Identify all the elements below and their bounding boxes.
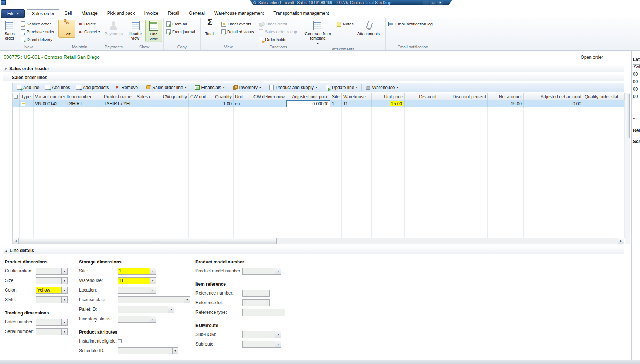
location-combo[interactable]: ▼ [118,287,156,294]
size-combo[interactable]: ▼ [36,277,68,284]
more-button[interactable]: ... [633,115,640,122]
tab-general[interactable]: General [184,9,210,18]
row-cell-net-amount[interactable]: 15.00 [488,100,524,107]
chevron-down-icon[interactable]: ▼ [61,278,67,284]
section-sales-order-header[interactable]: Sales order header [3,65,624,72]
row-cell-quantity[interactable]: 1.00 [210,100,234,107]
maximize-button[interactable] [430,1,436,5]
color-combo[interactable]: Yellow▼ [36,287,68,294]
sub-bom-combo[interactable]: ▼ [242,331,281,338]
row-cell-type[interactable] [20,100,34,107]
factbox-section-1[interactable]: Scr [633,139,640,144]
toolbar-add-products-button[interactable]: Add products [74,84,112,91]
vertical-scrollbar[interactable] [625,93,630,244]
chevron-down-icon[interactable]: ▼ [61,329,67,335]
select-all-checkbox[interactable] [14,95,18,99]
column-header-cw-unit[interactable]: CW unit [189,93,210,100]
column-header-sales-c[interactable]: Sales c... [135,93,157,100]
ribbon-totals-button[interactable]: Totals [202,20,219,37]
column-header-discount-percent[interactable]: Discount percent [438,93,488,100]
ribbon-detailed-status-button[interactable]: Detailed status [220,28,256,35]
column-header-quantity[interactable]: Quantity [210,93,234,100]
ribbon-sales-order-button[interactable]: Sales order [1,20,18,41]
row-cell-adjusted-net-amount[interactable]: 0.00 [524,100,583,107]
toolbar-product-and-supply-menu[interactable]: Product and supply▾ [267,84,320,91]
tab-manage[interactable]: Manage [76,9,102,18]
row-cell-sales-c[interactable] [135,100,157,107]
batch-number-combo[interactable]: ▼ [36,319,68,326]
table-row[interactable]: VN-000142TSHIRTTSHIRT / YEL...1.00ea0.00… [13,100,624,107]
row-cell-site[interactable]: 1 [330,100,342,107]
ribbon-purchase-order-button[interactable]: Purchase order [19,28,56,35]
ribbon-attachments-button[interactable]: Attachments [356,20,381,37]
row-cell-cw-deliver-now[interactable] [249,100,286,107]
list-item[interactable]: 00 [633,86,640,94]
column-header-unit[interactable]: Unit [234,93,249,100]
column-header-select-all[interactable] [13,93,20,100]
ribbon-from-all-button[interactable]: From all [165,20,197,28]
schedule-id-combo[interactable]: ▼ [118,347,178,354]
row-cell-item-number[interactable]: TSHIRT [65,100,102,107]
toolbar-warehouse-menu[interactable]: Warehouse▾ [363,84,401,91]
chevron-down-icon[interactable]: ▼ [168,306,174,313]
row-cell-variant-number[interactable]: VN-000142 [34,100,65,107]
ribbon-notes-button[interactable]: Notes [335,20,355,28]
column-header-unit-price[interactable]: Unit price [372,93,405,100]
toolbar-inventory-menu[interactable]: Inventory▾ [231,84,263,91]
installment-eligible-checkbox[interactable] [118,339,122,343]
scrollbar-thumb[interactable] [19,238,277,244]
column-header-site[interactable]: Site [330,93,342,100]
pallet-id-combo[interactable]: ▼ [118,306,174,313]
product-model-number-combo[interactable]: ▼ [242,268,281,275]
close-button[interactable] [437,1,443,5]
row-cell-cw-unit[interactable] [189,100,210,107]
section-line-details[interactable]: Line details [3,247,624,254]
row-cell-discount-percent[interactable] [438,100,488,107]
column-header-product-name[interactable]: Product name [102,93,135,100]
row-cell-adjusted-unit-price[interactable]: 0.00000 [286,100,330,107]
reference-number-field[interactable] [242,290,270,297]
ribbon-order-events-button[interactable]: Order events [220,20,256,28]
column-header-variant-number[interactable]: Variant number [34,93,65,100]
chevron-down-icon[interactable]: ▼ [150,278,156,284]
section-sales-order-lines[interactable]: Sales order lines [3,74,624,81]
ribbon-line-view-button[interactable]: Line view [145,20,162,42]
column-header-type[interactable]: Type [20,93,34,100]
chevron-down-icon[interactable]: ▼ [61,319,67,325]
ribbon-generate-from-template-button[interactable]: Generate from template▾ [302,20,334,47]
warehouse-combo[interactable]: 11▼ [118,277,156,284]
toolbar-remove-button[interactable]: Remove [112,84,140,91]
chevron-down-icon[interactable]: ▼ [150,268,156,274]
column-header-cw-deliver-now[interactable]: CW deliver now [249,93,286,100]
ribbon-direct-delivery-button[interactable]: Direct delivery [19,36,56,43]
file-menu-button[interactable]: File ▾ [1,9,25,18]
chevron-down-icon[interactable]: ▼ [275,331,281,338]
column-header-item-number[interactable]: Item number [65,93,102,100]
column-header-cw-quantity[interactable]: CW quantity [157,93,189,100]
tab-pick-and-pack[interactable]: Pick and pack [102,9,140,18]
horizontal-scrollbar[interactable]: ◀ ▶ [12,238,624,244]
reference-type-field[interactable] [242,309,285,316]
toolbar-financials-menu[interactable]: Financials▾ [193,84,227,91]
chevron-down-icon[interactable]: ▼ [150,316,156,322]
toolbar-update-line-menu[interactable]: Update line▾ [323,84,360,91]
row-cell-product-name[interactable]: TSHIRT / YEL... [102,100,135,107]
ribbon-header-view-button[interactable]: Header view [126,20,144,41]
ribbon-edit-button[interactable]: Edit [58,20,75,38]
chevron-down-icon[interactable]: ▼ [275,268,281,274]
tab-sales-order[interactable]: Sales order [27,9,59,18]
column-header-quality-order-stat[interactable]: Quality order stat... [583,93,625,100]
tab-retail[interactable]: Retail [163,9,184,18]
ribbon-delete-button[interactable]: Delete [76,20,101,28]
list-item[interactable]: 00 [633,79,640,86]
row-cell-discount[interactable] [405,100,438,107]
site-combo[interactable]: 1▼ [118,268,156,275]
chevron-down-icon[interactable]: ▼ [184,297,190,303]
list-item[interactable]: 00 [633,72,640,79]
subroute-combo[interactable]: ▼ [242,341,281,348]
row-cell-warehouse[interactable]: 11 [342,100,372,107]
column-header-warehouse[interactable]: Warehouse [342,93,372,100]
toolbar-add-lines-button[interactable]: Add lines [42,84,72,91]
chevron-down-icon[interactable]: ▼ [61,287,67,293]
ribbon-cancel-button[interactable]: Cancel▾ [76,28,101,35]
